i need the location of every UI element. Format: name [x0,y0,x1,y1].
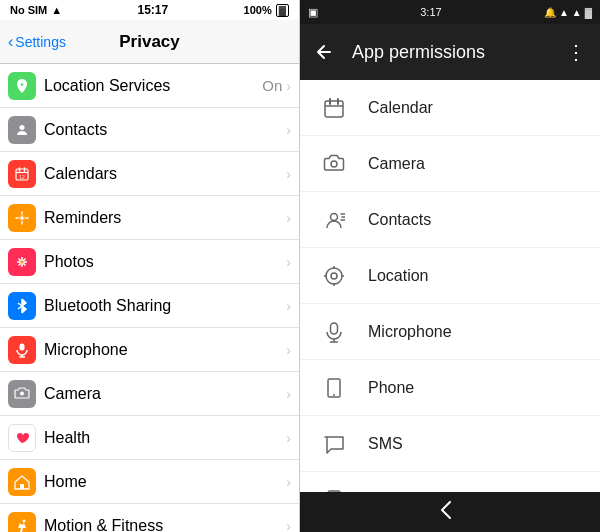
microphone-icon [8,336,36,364]
android-back-button[interactable] [308,36,340,68]
android-permissions-list: Calendar Camera Contacts Location [300,80,600,492]
android-page-title: App permissions [352,42,548,63]
ios-row-health[interactable]: Health › [0,416,299,460]
android-row-sms[interactable]: SMS [300,416,600,472]
calendars-icon: 12 [8,160,36,188]
home-label: Home [44,473,286,491]
svg-point-36 [331,213,338,220]
camera-icon-wrap [0,372,44,416]
home-icon [8,468,36,496]
photos-chevron: › [286,254,291,270]
ios-row-contacts[interactable]: Contacts › [0,108,299,152]
svg-point-30 [23,519,26,522]
camera-chevron: › [286,386,291,402]
android-panel: ▣ 3:17 🔔 ▲ ▲ ▓ App permissions ⋮ Calenda… [300,0,600,532]
contacts-chevron: › [286,122,291,138]
ios-battery: 100% [244,4,272,16]
ios-page-title: Privacy [119,32,180,52]
svg-line-19 [24,264,26,266]
android-camera-label: Camera [368,155,425,173]
bluetooth-chevron: › [286,298,291,314]
android-more-icon: ⋮ [566,40,586,64]
android-sensors-icon [316,482,352,493]
calendars-icon-wrap: 12 [0,152,44,196]
android-signal-icon: ▲ [559,7,569,18]
android-camera-icon [316,146,352,182]
android-row-sensors[interactable]: Sensors [300,472,600,492]
ios-panel: No SIM ▲ 15:17 100% ▓ ‹ Settings Privacy [0,0,300,532]
ios-back-button[interactable]: ‹ Settings [8,33,66,51]
reminders-icon [8,204,36,232]
svg-point-35 [331,161,337,167]
health-chevron: › [286,430,291,446]
home-icon-wrap [0,460,44,504]
android-back-nav-button[interactable] [438,498,462,527]
android-contacts-label: Contacts [368,211,431,229]
ios-settings-list: Location Services On › Contacts › 12 [0,64,299,532]
android-notification-icon: 🔔 [544,7,556,18]
ios-row-microphone[interactable]: Microphone › [0,328,299,372]
ios-row-calendars[interactable]: 12 Calendars › [0,152,299,196]
ios-row-bluetooth[interactable]: Bluetooth Sharing › [0,284,299,328]
android-contacts-icon [316,202,352,238]
android-status-icons: 🔔 ▲ ▲ ▓ [544,7,592,18]
android-wifi-icon: ▲ [572,7,582,18]
reminders-icon-wrap [0,196,44,240]
ios-back-label: Settings [15,34,66,50]
ios-status-left: No SIM ▲ [10,4,62,16]
android-row-location[interactable]: Location [300,248,600,304]
android-location-label: Location [368,267,429,285]
svg-rect-31 [325,101,343,117]
contacts-label: Contacts [44,121,286,139]
home-chevron: › [286,474,291,490]
android-toolbar: App permissions ⋮ [300,24,600,80]
ios-row-motion-fitness[interactable]: Motion & Fitness › [0,504,299,532]
svg-rect-29 [20,484,24,489]
android-microphone-icon [316,314,352,350]
ios-row-camera[interactable]: Camera › [0,372,299,416]
photos-label: Photos [44,253,286,271]
android-more-button[interactable]: ⋮ [560,36,592,68]
microphone-label: Microphone [44,341,286,359]
ios-row-location-services[interactable]: Location Services On › [0,64,299,108]
svg-line-18 [19,258,21,260]
android-row-camera[interactable]: Camera [300,136,600,192]
android-row-microphone[interactable]: Microphone [300,304,600,360]
ios-row-reminders[interactable]: Reminders › [0,196,299,240]
ios-carrier: No SIM [10,4,47,16]
svg-line-21 [19,264,21,266]
motion-fitness-icon [8,512,36,533]
location-services-icon [8,72,36,100]
android-sms-label: SMS [368,435,403,453]
camera-icon [8,380,36,408]
ios-privacy-section: Location Services On › Contacts › 12 [0,64,299,532]
android-row-phone[interactable]: Phone [300,360,600,416]
android-calendar-icon [316,90,352,126]
svg-rect-25 [20,343,25,350]
ios-nav-bar: ‹ Settings Privacy [0,20,299,64]
bluetooth-label: Bluetooth Sharing [44,297,286,315]
reminders-label: Reminders [44,209,286,227]
ios-time: 15:17 [138,3,169,17]
ios-row-home[interactable]: Home › [0,460,299,504]
android-row-contacts[interactable]: Contacts [300,192,600,248]
android-sms-icon [316,426,352,462]
photos-icon [8,248,36,276]
android-status-bar: ▣ 3:17 🔔 ▲ ▲ ▓ [300,0,600,24]
ios-back-chevron: ‹ [8,33,13,51]
svg-text:12: 12 [19,173,25,179]
motion-fitness-label: Motion & Fitness [44,517,286,533]
contacts-icon [8,116,36,144]
location-services-icon-wrap [0,64,44,108]
ios-status-right: 100% ▓ [244,4,289,17]
microphone-icon-wrap [0,328,44,372]
ios-row-photos[interactable]: Photos › [0,240,299,284]
android-row-calendar[interactable]: Calendar [300,80,600,136]
svg-point-0 [20,125,25,130]
android-status-left-icon: ▣ [308,6,318,19]
motion-fitness-icon-wrap [0,504,44,533]
camera-label: Camera [44,385,286,403]
contacts-icon-wrap [0,108,44,152]
calendars-chevron: › [286,166,291,182]
svg-point-49 [333,394,335,396]
